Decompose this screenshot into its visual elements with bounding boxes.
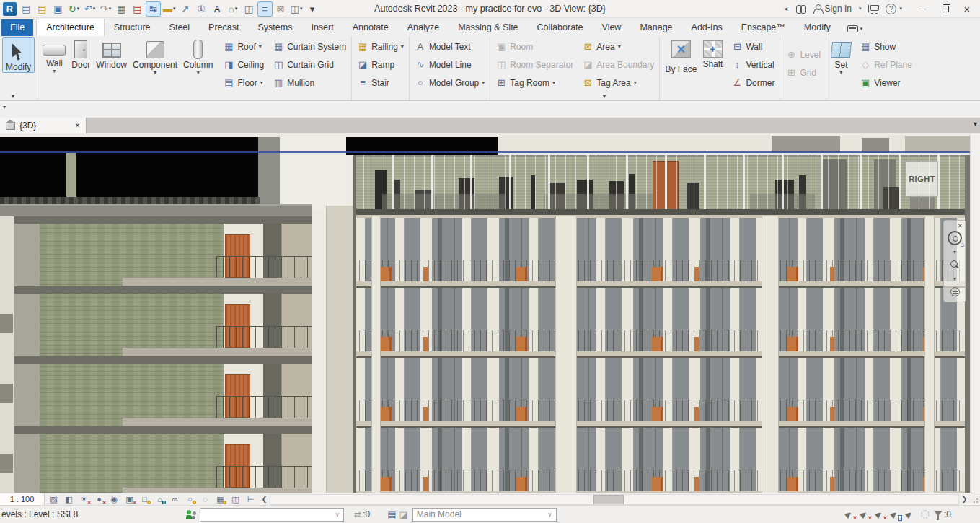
- detail-level-icon[interactable]: ▨: [47, 494, 61, 505]
- tab-systems[interactable]: Systems: [248, 19, 301, 36]
- editing-requests-icon[interactable]: ⇄: [354, 509, 361, 519]
- temporary-hide-isolate-icon[interactable]: ∞: [168, 494, 182, 505]
- switch-windows-icon[interactable]: ◫▾: [289, 1, 304, 17]
- reveal-hidden-elements-icon[interactable]: ○: [183, 494, 197, 505]
- curtain-system-button[interactable]: ▦Curtain System: [270, 38, 349, 56]
- select-pinned-icon[interactable]: ▶×: [873, 509, 887, 520]
- properties-collapse-icon[interactable]: ▾: [3, 104, 6, 110]
- shadows-icon[interactable]: ●×: [92, 494, 106, 505]
- view-tab-3d[interactable]: {3D} ×: [0, 118, 87, 133]
- tab-massing-site[interactable]: Massing & Site: [449, 19, 527, 36]
- zoom-options-caret-icon[interactable]: ▾: [953, 276, 956, 282]
- tab-enscape[interactable]: Enscape™: [732, 19, 795, 36]
- design-option-dropdown[interactable]: Main Model ∨: [412, 508, 557, 522]
- tab-precast[interactable]: Precast: [199, 19, 248, 36]
- locked-3d-view-icon[interactable]: ⌂: [153, 494, 167, 505]
- steering-wheel-icon[interactable]: [948, 231, 962, 245]
- select-by-face-icon[interactable]: ▶: [888, 509, 902, 520]
- viewer-button[interactable]: ▣Viewer: [857, 74, 915, 92]
- select-panel-caret-icon[interactable]: ▼: [10, 93, 16, 100]
- tag-area-button[interactable]: ⊠Tag Area▾: [579, 74, 657, 92]
- revit-logo[interactable]: R: [1, 1, 18, 17]
- opening-wall-button[interactable]: ⊟Wall: [728, 38, 777, 56]
- model-line-button[interactable]: ∿Model Line: [412, 56, 487, 74]
- model-group-button[interactable]: ○Model Group▾: [412, 74, 487, 92]
- door-button[interactable]: Door: [69, 37, 93, 70]
- set-work-plane-button[interactable]: Set▾: [829, 37, 854, 76]
- shaft-button[interactable]: + Shaft: [699, 37, 725, 69]
- collapse-infocenter-icon[interactable]: ◄: [783, 6, 789, 12]
- navbar-options-icon[interactable]: [950, 287, 960, 296]
- minimize-button[interactable]: –: [914, 1, 934, 17]
- tab-analyze[interactable]: Analyze: [398, 19, 449, 36]
- sun-path-icon[interactable]: ☀×: [77, 494, 91, 505]
- ceiling-button[interactable]: ◨Ceiling: [220, 56, 267, 74]
- tab-view[interactable]: View: [593, 19, 631, 36]
- open-icon[interactable]: ▤: [35, 1, 50, 17]
- hscroll-thumb[interactable]: [593, 495, 624, 504]
- customize-qat-icon[interactable]: ▾: [305, 1, 320, 17]
- active-workset-dropdown[interactable]: ∨: [200, 508, 344, 522]
- close-button[interactable]: ×: [957, 1, 977, 17]
- export-pdf-icon[interactable]: ▤: [130, 1, 145, 17]
- horizontal-scrollbar[interactable]: [270, 494, 959, 505]
- tab-add-ins[interactable]: Add-Ins: [682, 19, 732, 36]
- hscroll-right-icon[interactable]: ❯: [960, 496, 969, 503]
- by-face-button[interactable]: × By Face: [662, 37, 699, 79]
- wheel-options-caret-icon[interactable]: ▾: [953, 249, 956, 255]
- wall-button[interactable]: Wall▾: [40, 37, 69, 74]
- crop-view-icon[interactable]: ▣×: [123, 494, 136, 505]
- filter-icon[interactable]: [934, 511, 943, 516]
- undo-icon[interactable]: ↶▾: [82, 1, 97, 17]
- dimension-icon[interactable]: ↹: [146, 1, 161, 17]
- column-button[interactable]: Column▾: [180, 37, 216, 76]
- drawing-area[interactable]: [0, 133, 970, 493]
- tab-modify[interactable]: Modify: [795, 19, 840, 36]
- window-button[interactable]: Window: [93, 37, 130, 70]
- measure-icon[interactable]: ▬▾: [162, 1, 177, 17]
- search-icon[interactable]: [796, 5, 806, 13]
- close-view-icon[interactable]: ×: [75, 120, 80, 131]
- sync-with-central-icon[interactable]: ↻▾: [66, 1, 81, 17]
- text-icon[interactable]: A: [210, 1, 225, 17]
- dormer-button[interactable]: ∠Dormer: [728, 74, 777, 92]
- room-area-panel-caret-icon[interactable]: ▼: [601, 93, 607, 100]
- roof-button[interactable]: ▦Roof▾: [220, 38, 267, 56]
- floor-button[interactable]: ▤Floor▾: [220, 74, 267, 92]
- displacement-sets-icon[interactable]: ▦: [213, 494, 227, 505]
- hscroll-left-icon[interactable]: ❮: [260, 496, 269, 503]
- show-crop-region-icon[interactable]: □: [138, 494, 151, 505]
- save-icon[interactable]: ▣: [50, 1, 66, 17]
- measure-between-refs-icon[interactable]: ↗: [178, 1, 193, 17]
- displace-elements-icon[interactable]: ◫: [229, 494, 242, 505]
- visual-style-icon[interactable]: ◧: [62, 494, 76, 505]
- model-text-button[interactable]: AModel Text: [412, 38, 487, 56]
- component-button[interactable]: Component▾: [130, 37, 180, 76]
- restore-button[interactable]: [935, 1, 955, 17]
- curtain-grid-button[interactable]: ◫Curtain Grid: [270, 56, 349, 74]
- tab-architecture[interactable]: Architecture: [36, 19, 105, 36]
- background-processes-icon[interactable]: [921, 510, 930, 519]
- section-icon[interactable]: ◫: [242, 1, 257, 17]
- tab-overflow-icon[interactable]: ▼: [972, 120, 979, 128]
- file-properties-icon[interactable]: ▤: [19, 1, 34, 17]
- tab-manage[interactable]: Manage: [630, 19, 681, 36]
- railing-button[interactable]: ▦Railing▾: [354, 38, 407, 56]
- tab-annotate[interactable]: Annotate: [343, 19, 398, 36]
- view-scale-button[interactable]: 1 : 100: [0, 493, 45, 506]
- reveal-constraints-icon[interactable]: ⊢: [244, 494, 257, 505]
- help-button[interactable]: ? ▾: [886, 4, 902, 14]
- close-inactive-views-icon[interactable]: ⊠: [273, 1, 288, 17]
- active-option-only-icon[interactable]: ◪: [399, 509, 407, 520]
- ribbon-display-toggle[interactable]: ▾: [847, 25, 863, 36]
- drag-on-selection-icon[interactable]: ▶: [904, 509, 917, 520]
- zoom-icon[interactable]: [950, 260, 960, 271]
- tab-collaborate[interactable]: Collaborate: [528, 19, 593, 36]
- redo-icon[interactable]: ↷▾: [98, 1, 113, 17]
- show-work-plane-button[interactable]: ▦Show: [857, 38, 915, 56]
- app-store-icon[interactable]: [868, 5, 878, 12]
- navbar-close-icon[interactable]: ✕: [954, 222, 966, 229]
- design-options-dialog-icon[interactable]: ▤: [387, 509, 396, 520]
- modify-button[interactable]: Modify: [2, 37, 35, 73]
- default-3d-view-icon[interactable]: ⌂▾: [226, 1, 241, 17]
